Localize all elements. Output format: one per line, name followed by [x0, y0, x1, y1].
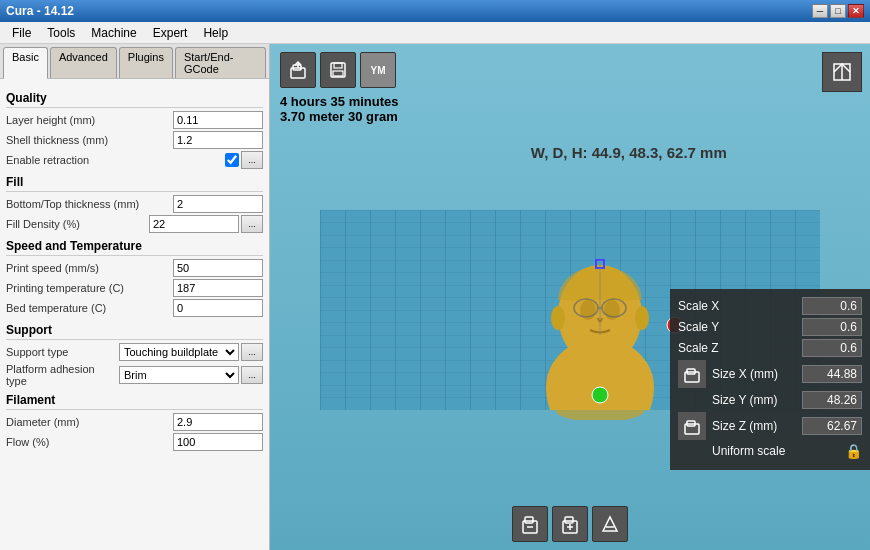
size-x-input[interactable] — [802, 365, 862, 383]
section-speed: Speed and Temperature — [6, 239, 263, 256]
size-y-input[interactable] — [802, 391, 862, 409]
menu-tools[interactable]: Tools — [39, 24, 83, 42]
input-fill-density[interactable] — [149, 215, 239, 233]
input-shell-thickness[interactable] — [173, 131, 263, 149]
size-x-row: Size X (mm) — [678, 360, 862, 388]
row-shell-thickness: Shell thickness (mm) — [6, 131, 263, 149]
label-support-type: Support type — [6, 346, 119, 358]
menu-expert[interactable]: Expert — [145, 24, 196, 42]
svg-rect-5 — [333, 71, 343, 76]
menu-bar: File Tools Machine Expert Help — [0, 22, 870, 44]
uniform-scale-label: Uniform scale — [678, 444, 845, 458]
size-z-input[interactable] — [802, 417, 862, 435]
scale-x-row: Scale X — [678, 297, 862, 315]
bottom-icon-1[interactable] — [512, 506, 548, 542]
row-print-speed: Print speed (mm/s) — [6, 259, 263, 277]
adhesion-settings-btn[interactable]: ... — [241, 366, 263, 384]
uniform-scale-row: Uniform scale 🔒 — [678, 443, 862, 459]
row-print-temp: Printing temperature (C) — [6, 279, 263, 297]
tab-advanced[interactable]: Advanced — [50, 47, 117, 78]
window-title: Cura - 14.12 — [6, 4, 74, 18]
scale-x-label: Scale X — [678, 299, 802, 313]
label-diameter: Diameter (mm) — [6, 416, 173, 428]
input-flow[interactable] — [173, 433, 263, 451]
tool-icon-ym[interactable]: YM — [360, 52, 396, 88]
label-print-temp: Printing temperature (C) — [6, 282, 173, 294]
bottom-icon-3[interactable] — [592, 506, 628, 542]
top-right-icon[interactable] — [822, 52, 862, 92]
retraction-settings-btn[interactable]: ... — [241, 151, 263, 169]
label-print-speed: Print speed (mm/s) — [6, 262, 173, 274]
row-bed-temp: Bed temperature (C) — [6, 299, 263, 317]
tool-icon-load[interactable] — [280, 52, 316, 88]
section-filament: Filament — [6, 393, 263, 410]
tab-basic[interactable]: Basic — [3, 47, 48, 79]
tool-icon-save[interactable] — [320, 52, 356, 88]
main-layout: Basic Advanced Plugins Start/End-GCode Q… — [0, 44, 870, 550]
title-bar: Cura - 14.12 ─ □ ✕ — [0, 0, 870, 22]
input-bottom-top[interactable] — [173, 195, 263, 213]
label-fill-density: Fill Density (%) — [6, 218, 149, 230]
svg-rect-24 — [525, 517, 533, 523]
row-adhesion-type: Platform adhesion type Brim Raft None ..… — [6, 363, 263, 387]
scale-x-input[interactable] — [802, 297, 862, 315]
section-support: Support — [6, 323, 263, 340]
row-support-type: Support type Touching buildplate Everywh… — [6, 343, 263, 361]
fill-density-settings-btn[interactable]: ... — [241, 215, 263, 233]
input-diameter[interactable] — [173, 413, 263, 431]
dimensions-text: W, D, H: 44.9, 48.3, 62.7 mm — [531, 144, 727, 161]
minimize-button[interactable]: ─ — [812, 4, 828, 18]
label-retraction: Enable retraction — [6, 154, 225, 166]
size-z-label: Size Z (mm) — [712, 419, 802, 433]
section-quality: Quality — [6, 91, 263, 108]
material-info: 3.70 meter 30 gram — [280, 109, 398, 124]
select-adhesion-type[interactable]: Brim Raft None — [119, 366, 239, 384]
svg-point-10 — [551, 306, 565, 330]
lock-icon[interactable]: 🔒 — [845, 443, 862, 459]
label-shell-thickness: Shell thickness (mm) — [6, 134, 173, 146]
support-settings-btn[interactable]: ... — [241, 343, 263, 361]
svg-point-11 — [635, 306, 649, 330]
time-info: 4 hours 35 minutes 3.70 meter 30 gram — [280, 94, 398, 124]
window-controls: ─ □ ✕ — [812, 4, 864, 18]
maximize-button[interactable]: □ — [830, 4, 846, 18]
row-layer-height: Layer height (mm) — [6, 111, 263, 129]
menu-help[interactable]: Help — [195, 24, 236, 42]
row-retraction: Enable retraction ... — [6, 151, 263, 169]
select-support-type[interactable]: Touching buildplate Everywhere None — [119, 343, 239, 361]
tab-plugins[interactable]: Plugins — [119, 47, 173, 78]
section-fill: Fill — [6, 175, 263, 192]
label-flow: Flow (%) — [6, 436, 173, 448]
viewport[interactable]: YM 4 hours 35 minutes 3.70 meter 30 gram… — [270, 44, 870, 550]
label-bed-temp: Bed temperature (C) — [6, 302, 173, 314]
scale-z-input[interactable] — [802, 339, 862, 357]
tab-startend[interactable]: Start/End-GCode — [175, 47, 266, 78]
checkbox-retraction[interactable] — [225, 153, 239, 167]
viewport-toolbar: YM — [280, 52, 396, 88]
scale-popup: Scale X Scale Y Scale Z Size X (mm) — [670, 289, 870, 470]
size-y-label: Size Y (mm) — [678, 393, 802, 407]
scale-y-label: Scale Y — [678, 320, 802, 334]
bottom-icon-2[interactable] — [552, 506, 588, 542]
menu-file[interactable]: File — [4, 24, 39, 42]
bottom-toolbar — [512, 506, 628, 542]
left-panel: Basic Advanced Plugins Start/End-GCode Q… — [0, 44, 270, 550]
panel-content: Quality Layer height (mm) Shell thicknes… — [0, 79, 269, 550]
size-z-row: Size Z (mm) — [678, 412, 862, 440]
size-x-icon — [678, 360, 706, 388]
menu-machine[interactable]: Machine — [83, 24, 144, 42]
input-layer-height[interactable] — [173, 111, 263, 129]
scale-y-input[interactable] — [802, 318, 862, 336]
row-fill-density: Fill Density (%) ... — [6, 215, 263, 233]
svg-point-17 — [592, 387, 608, 403]
input-bed-temp[interactable] — [173, 299, 263, 317]
input-print-speed[interactable] — [173, 259, 263, 277]
tabs: Basic Advanced Plugins Start/End-GCode — [0, 44, 269, 79]
row-diameter: Diameter (mm) — [6, 413, 263, 431]
row-bottom-top: Bottom/Top thickness (mm) — [6, 195, 263, 213]
input-print-temp[interactable] — [173, 279, 263, 297]
row-flow: Flow (%) — [6, 433, 263, 451]
scale-z-label: Scale Z — [678, 341, 802, 355]
print-time: 4 hours 35 minutes — [280, 94, 398, 109]
close-button[interactable]: ✕ — [848, 4, 864, 18]
